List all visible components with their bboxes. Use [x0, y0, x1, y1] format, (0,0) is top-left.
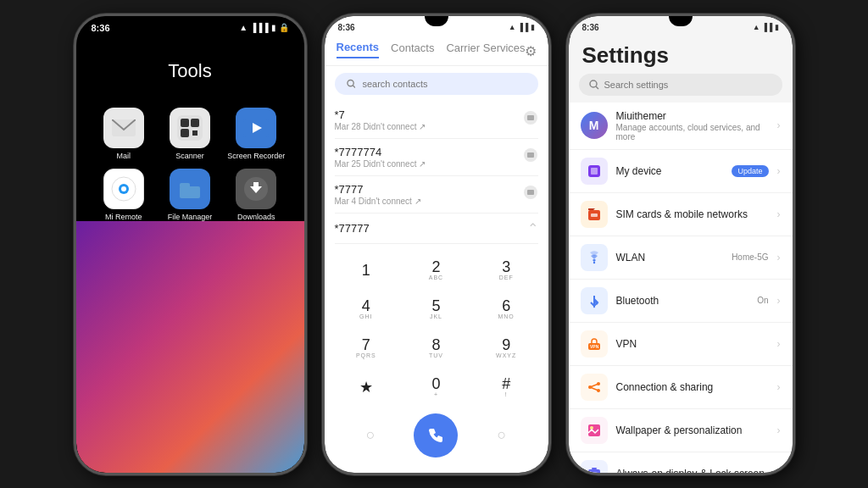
svg-line-38	[590, 384, 598, 387]
svg-rect-24	[527, 190, 534, 195]
tab-carrier-services[interactable]: Carrier Services	[446, 42, 525, 58]
file-manager-icon	[170, 169, 210, 209]
phone1-title: Tools	[76, 60, 304, 82]
sim-icon	[581, 201, 608, 228]
wallpaper-text: Wallpaper & personalization	[616, 424, 769, 436]
lock-icon: 🔒	[279, 23, 289, 32]
tab-contacts[interactable]: Contacts	[391, 42, 434, 58]
call-item-1[interactable]: *7 Mar 28 Didn't connect ↗	[335, 102, 538, 139]
svg-rect-12	[180, 186, 200, 198]
settings-item-sim[interactable]: SIM cards & mobile networks ›	[569, 193, 793, 236]
settings-item-wallpaper[interactable]: Wallpaper & personalization ›	[569, 409, 793, 452]
mi-remote-icon	[103, 169, 144, 209]
dial-key-4[interactable]: 4GHI	[331, 290, 402, 329]
dial-key-0[interactable]: 0+	[401, 368, 471, 407]
settings-item-vpn[interactable]: VPN VPN ›	[569, 323, 793, 366]
svg-rect-20	[527, 115, 534, 120]
gear-icon[interactable]: ⚙	[525, 43, 537, 59]
mail-icon	[103, 108, 144, 148]
battery-icon2: ▮	[531, 23, 535, 31]
svg-point-17	[347, 80, 353, 86]
phone1: 8:36 ▲ ▐▐▐ ▮ 🔒 Tools Mail	[74, 14, 307, 475]
dial-voicemail-btn[interactable]: ○	[355, 420, 386, 451]
phone3-screen: 8:36 ▲ ▐▐ ▮ Settings M	[569, 16, 793, 473]
dial-actions: ○ ○	[325, 407, 548, 464]
app-screen-recorder[interactable]: Screen Recorder	[227, 108, 285, 161]
call-number-1: *7	[335, 108, 523, 121]
call-info-4: *77777	[335, 222, 527, 235]
app-downloads[interactable]: Downloads	[227, 169, 285, 222]
phone2-search[interactable]	[335, 73, 538, 95]
screen-recorder-icon	[236, 108, 276, 148]
always-on-arrow-icon: ›	[777, 468, 781, 473]
vpn-label: VPN	[616, 338, 769, 350]
svg-point-10	[121, 186, 126, 191]
battery-icon3: ▮	[775, 23, 779, 31]
signal-icon2: ▐▐	[518, 23, 529, 31]
dial-key-9[interactable]: 9WXYZ	[471, 329, 542, 368]
search-contacts-input[interactable]	[362, 79, 526, 89]
svg-rect-4	[181, 129, 189, 137]
settings-item-connection-sharing[interactable]: Connection & sharing ›	[569, 366, 793, 409]
call-item-3[interactable]: *7777 Mar 4 Didn't connect ↗	[335, 176, 538, 214]
call-item-2[interactable]: *7777774 Mar 25 Didn't connect ↗	[335, 139, 538, 176]
dial-key-3[interactable]: 3DEF	[471, 251, 542, 290]
svg-line-26	[596, 86, 598, 89]
settings-search-input[interactable]	[604, 80, 721, 90]
dial-key-8[interactable]: 8TUV	[401, 329, 471, 368]
wallpaper-icon	[581, 417, 608, 444]
connection-sharing-icon	[581, 374, 608, 401]
bluetooth-text: Bluetooth	[616, 295, 749, 307]
app-mi-remote[interactable]: Mi Remote	[95, 169, 153, 222]
svg-line-39	[590, 387, 598, 391]
call-info-3: *7777 Mar 4 Didn't connect ↗	[335, 183, 523, 206]
dial-key-1[interactable]: 1	[331, 251, 402, 290]
sim-arrow-icon: ›	[777, 208, 781, 220]
settings-item-always-on[interactable]: Always-on display & Lock screen ›	[569, 452, 793, 473]
app-scanner[interactable]: Scanner	[161, 108, 219, 161]
svg-rect-5	[192, 130, 198, 136]
svg-rect-22	[527, 152, 534, 158]
settings-item-wlan[interactable]: WLAN Home-5G ›	[569, 236, 793, 280]
dial-delete-btn[interactable]: ○	[487, 420, 517, 451]
search-icon3	[589, 80, 599, 90]
svg-rect-13	[180, 183, 190, 188]
scanner-icon	[170, 108, 210, 148]
call-icon-2	[523, 147, 538, 166]
settings-search[interactable]	[579, 74, 782, 96]
dial-key-2[interactable]: 2ABC	[401, 251, 471, 290]
miuithemer-label: Miuithemer	[616, 110, 769, 122]
battery-icon: ▮	[271, 23, 276, 32]
app-file-manager[interactable]: File Manager	[161, 169, 219, 222]
sim-label: SIM cards & mobile networks	[616, 208, 769, 220]
settings-item-bluetooth[interactable]: Bluetooth On ›	[569, 280, 793, 323]
phone2-time: 8:36	[338, 23, 355, 32]
dial-key-star[interactable]: ★	[331, 368, 402, 407]
dial-key-hash[interactable]: #!	[471, 368, 542, 407]
file-manager-label: File Manager	[168, 213, 213, 222]
always-on-icon	[581, 460, 608, 473]
vpn-text: VPN	[616, 338, 769, 350]
wifi-icon3: ▲	[753, 23, 760, 31]
dial-key-6[interactable]: 6MNO	[471, 290, 542, 329]
app-mail[interactable]: Mail	[95, 108, 153, 161]
connection-sharing-text: Connection & sharing	[616, 381, 769, 393]
svg-text:VPN: VPN	[590, 344, 599, 349]
phone2-status-icons: ▲ ▐▐ ▮	[509, 23, 535, 31]
mi-remote-label: Mi Remote	[105, 213, 142, 222]
call-item-4[interactable]: *77777 ⌃	[335, 214, 538, 244]
call-button[interactable]	[414, 413, 458, 458]
settings-item-mydevice[interactable]: My device Update ›	[569, 150, 793, 193]
tab-recents[interactable]: Recents	[337, 41, 380, 58]
mail-label: Mail	[116, 152, 131, 161]
phone1-status-icons: ▲ ▐▐▐ ▮ 🔒	[239, 23, 288, 32]
wlan-icon	[581, 244, 608, 271]
call-icon-1	[523, 110, 538, 129]
dial-key-5[interactable]: 5JKL	[401, 290, 471, 329]
bluetooth-arrow-icon: ›	[777, 295, 781, 307]
dial-key-7[interactable]: 7PQRS	[331, 329, 402, 368]
svg-rect-1	[177, 115, 203, 141]
svg-rect-43	[592, 468, 597, 469]
wallpaper-arrow-icon: ›	[777, 424, 781, 436]
settings-item-miuithemer[interactable]: M Miuithemer Manage accounts, cloud serv…	[569, 103, 793, 150]
